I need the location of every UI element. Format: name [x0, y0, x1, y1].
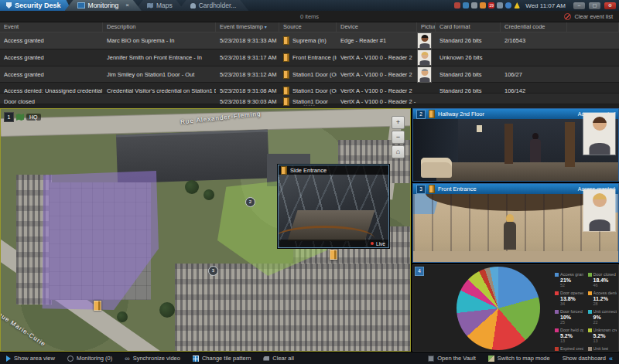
tile-number-badge: 1	[4, 112, 14, 122]
warning-icon[interactable]	[514, 2, 520, 9]
tools-icon[interactable]	[454, 2, 460, 9]
alerts-badge-icon[interactable]: 29	[488, 2, 494, 9]
show-dashboard-button[interactable]: Show dashboard«	[563, 355, 613, 362]
person-icon	[190, 3, 196, 9]
legend-item: Unit connected9%22	[588, 309, 617, 325]
tile-number-badge: 4	[415, 267, 424, 276]
sync-icon: ∞	[125, 355, 129, 362]
status-bar: Show area view Monitoring (0) ∞Synchroni…	[0, 352, 619, 364]
legend-item: Door forced open10%25	[555, 309, 584, 325]
camera-popup-side-entrance[interactable]: Side Entrance Live	[278, 165, 389, 248]
title-bar: Security Desk Monitoring × Maps Cardhold…	[0, 0, 619, 11]
home-button[interactable]: ⌂	[392, 145, 405, 158]
change-tile-pattern-button[interactable]: Change tile pattern	[193, 355, 251, 362]
cardholder-portrait	[583, 189, 616, 232]
zoom-out-button[interactable]: −	[392, 131, 405, 144]
tile-number-badge: 3	[416, 185, 426, 194]
col-event[interactable]: Event	[0, 22, 103, 32]
tile-title: Hallway 2nd Floor	[438, 111, 484, 117]
camera-popup-footer: Live	[279, 240, 388, 247]
door-icon	[283, 36, 289, 45]
zoom-in-button[interactable]: +	[392, 116, 405, 129]
legend-swatch	[555, 291, 559, 295]
col-source[interactable]: Source	[279, 22, 337, 32]
arrow-icon	[6, 355, 11, 362]
tab-maps[interactable]: Maps	[135, 0, 185, 11]
map-tile[interactable]: Rue Alexander-Fleming Avenue Marie-Curie…	[0, 108, 411, 352]
col-credential-code[interactable]: Credential code	[501, 22, 567, 32]
legend-item: Door held open5.2%13	[555, 328, 584, 343]
tab-monitoring[interactable]: Monitoring ×	[65, 0, 142, 11]
camera-title: Side Entrance	[290, 167, 327, 174]
table-row[interactable]: Access granted Jim Smiley on Station1 Do…	[0, 66, 619, 83]
clear-all-button[interactable]: Clear all	[263, 355, 294, 362]
pie-chart	[457, 267, 540, 350]
col-device[interactable]: Device	[337, 22, 417, 32]
switch-map-mode-button[interactable]: Switch to map mode	[488, 355, 550, 362]
door-icon	[429, 110, 435, 118]
live-dot-icon	[371, 242, 374, 245]
door-icon	[281, 166, 287, 175]
tile-pattern-icon	[193, 355, 199, 362]
legend-item: Access granted21%52	[555, 272, 584, 287]
chevron-left-icon: «	[609, 355, 613, 362]
network-icon[interactable]	[505, 2, 511, 9]
options-button[interactable]: ⚙	[604, 2, 616, 9]
event-table: Event Description Event timestamp▾ Sourc…	[0, 22, 619, 108]
sort-desc-icon: ▾	[265, 25, 267, 29]
system-tray: 29 Wed 11:07 AM – ▢ ⚙	[454, 0, 619, 11]
horn-icon[interactable]	[480, 2, 486, 9]
chart-tile[interactable]: 4 Access granted21%52 Door closed18.4%46…	[412, 264, 619, 352]
monitoring-button[interactable]: Monitoring (0)	[67, 355, 112, 362]
clear-event-list-button[interactable]: Clear event list	[564, 13, 613, 20]
col-description[interactable]: Description	[103, 22, 216, 32]
table-scrollbar[interactable]: •••••	[0, 103, 619, 107]
speaker-icon[interactable]	[497, 2, 503, 9]
col-timestamp[interactable]: Event timestamp▾	[216, 22, 279, 32]
tab-cardholder[interactable]: Cardholder...	[178, 0, 249, 11]
map-controls: + − ⌂	[392, 116, 405, 158]
legend-swatch	[588, 273, 592, 277]
door-marker-icon[interactable]	[330, 250, 337, 260]
col-picture[interactable]: Picture	[417, 22, 436, 32]
camera-popup-header[interactable]: Side Entrance	[279, 165, 388, 175]
cardholder-picture	[417, 49, 432, 66]
tile-workspace: Rue Alexander-Fleming Avenue Marie-Curie…	[0, 108, 619, 352]
close-tab-icon[interactable]: ×	[125, 2, 129, 9]
map-icon	[16, 114, 24, 121]
map-mode-icon	[488, 355, 494, 362]
street-label: Avenue Marie-Curie	[0, 304, 47, 348]
mic-icon[interactable]	[471, 2, 477, 9]
door-marker-icon[interactable]	[94, 301, 101, 311]
legend-item: Unit lost2%5	[588, 346, 617, 352]
table-header: Event Description Event timestamp▾ Sourc…	[0, 22, 619, 32]
app-menu-button[interactable]: Security Desk	[0, 0, 72, 11]
camera-tile-hallway[interactable]: 2 Hallway 2nd Floor Access granted	[412, 108, 619, 182]
open-vault-button[interactable]: Open the Vault	[428, 355, 475, 362]
table-row[interactable]: Access granted Marc BIO on Suprema - In …	[0, 32, 619, 49]
show-area-view-button[interactable]: Show area view	[6, 355, 55, 362]
minimize-button[interactable]: –	[573, 2, 585, 9]
legend-swatch	[588, 347, 592, 351]
camera-tile-front-entrance[interactable]: 3 Front Entrance Access granted	[412, 183, 619, 263]
map-marker-2[interactable]: 2	[245, 197, 255, 207]
cardholder-portrait	[583, 112, 616, 155]
col-card-format[interactable]: Card format	[436, 22, 501, 32]
map-marker-3[interactable]: 3	[208, 266, 218, 276]
door-icon	[429, 185, 435, 193]
legend-item: Unknown credential5.2%13	[588, 328, 617, 343]
chart-legend: Access granted21%52 Door closed18.4%46 D…	[555, 272, 617, 352]
maximize-button[interactable]: ▢	[589, 2, 600, 9]
legend-swatch	[555, 328, 559, 332]
legend-swatch	[588, 310, 592, 314]
remote-icon[interactable]	[463, 2, 469, 9]
legend-swatch	[555, 273, 559, 277]
legend-swatch	[555, 347, 559, 351]
table-row[interactable]: Access granted Jennifer Smith on Front E…	[0, 49, 619, 66]
table-row[interactable]: Access denied: Unassigned credential Cre…	[0, 83, 619, 94]
items-count: 0 items	[0, 13, 619, 20]
legend-item: Door opened13.8%34	[555, 291, 584, 306]
door-icon	[283, 70, 289, 79]
synchronize-video-button[interactable]: ∞Synchronize video	[125, 355, 180, 362]
legend-item: Access denied11.2%28	[588, 291, 617, 306]
